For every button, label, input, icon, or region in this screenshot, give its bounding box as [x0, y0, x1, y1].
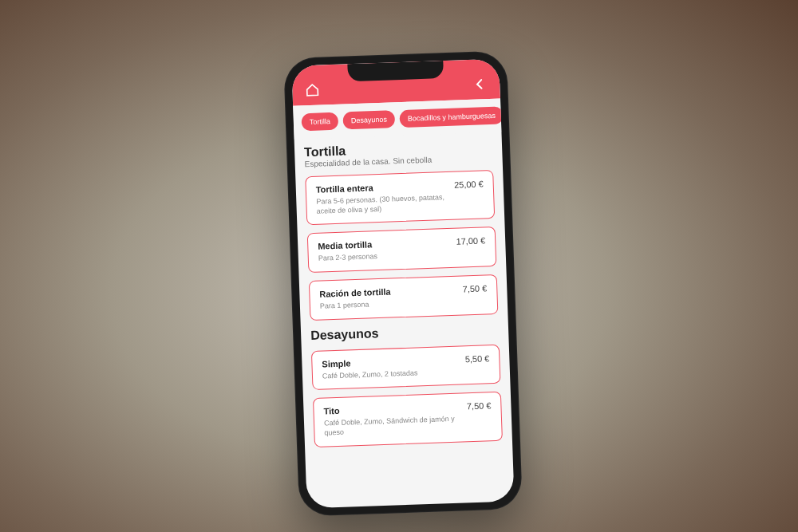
item-name: Media tortilla — [318, 240, 372, 251]
item-name: Simple — [322, 358, 350, 368]
item-name: Ración de tortilla — [319, 287, 391, 299]
item-name: Tortilla entera — [316, 183, 373, 195]
item-price: 25,00 € — [454, 179, 484, 189]
tab-bocadillos[interactable]: Bocadillos y hamburguesas — [399, 106, 504, 128]
item-description: Para 5-6 personas. (30 huevos, patatas, … — [316, 193, 451, 216]
menu-item[interactable]: Ración de tortilla 7,50 € Para 1 persona — [309, 274, 499, 321]
item-description: Café Doble, Zumo, Sándwich de jamón y qu… — [324, 415, 459, 438]
menu-item[interactable]: Tito 7,50 € Café Doble, Zumo, Sándwich d… — [313, 392, 503, 447]
item-description: Para 1 persona — [320, 298, 454, 312]
home-icon[interactable] — [303, 81, 322, 99]
tab-desayunos[interactable]: Desayunos — [342, 110, 395, 129]
item-price: 17,00 € — [456, 236, 485, 246]
item-description: Para 2-3 personas — [318, 250, 452, 264]
item-price: 7,50 € — [462, 283, 487, 294]
back-icon[interactable] — [471, 75, 489, 93]
menu-item[interactable]: Simple 5,50 € Café Doble, Zumo, 2 tostad… — [311, 345, 501, 391]
tab-tortilla[interactable]: Tortilla — [301, 112, 338, 132]
app-screen: Tortilla Desayunos Bocadillos y hamburgu… — [291, 59, 514, 509]
item-description: Café Doble, Zumo, 2 tostadas — [322, 367, 456, 381]
phone-device: Tortilla Desayunos Bocadillos y hamburgu… — [283, 50, 523, 516]
item-price: 7,50 € — [467, 401, 492, 412]
item-price: 5,50 € — [465, 353, 490, 364]
menu-item[interactable]: Media tortilla 17,00 € Para 2-3 personas — [307, 227, 497, 273]
section-title: Desayunos — [310, 322, 499, 343]
menu-item[interactable]: Tortilla entera 25,00 € Para 5-6 persona… — [305, 170, 495, 226]
phone-notch — [347, 61, 444, 81]
menu-content[interactable]: Tortilla Especialidad de la casa. Sin ce… — [294, 132, 515, 509]
item-name: Tito — [323, 406, 339, 416]
